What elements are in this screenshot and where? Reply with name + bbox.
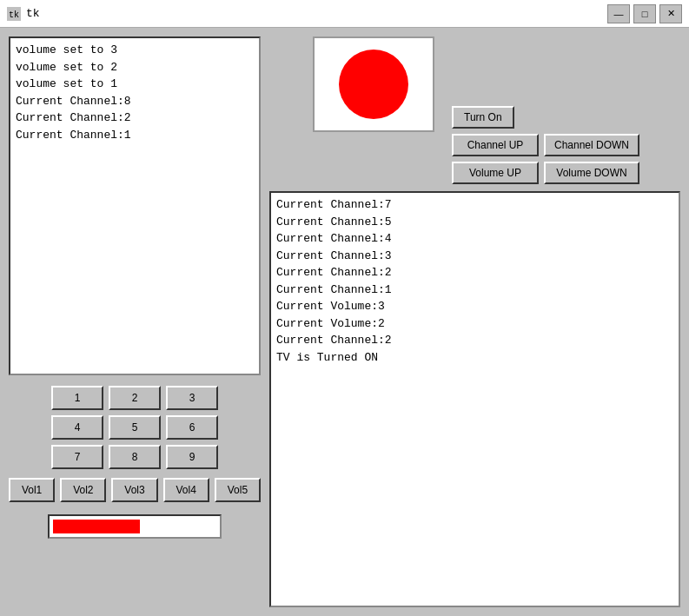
numpad-btn-3[interactable]: 3 bbox=[166, 386, 218, 410]
vol-row: Vol1Vol2Vol3Vol4Vol5 bbox=[9, 478, 261, 502]
numpad-btn-6[interactable]: 6 bbox=[166, 415, 218, 440]
main-content: volume set to 3volume set to 2volume set… bbox=[0, 28, 689, 616]
controls-top: Turn On Channel UP Channel DOWN Volume U… bbox=[269, 36, 680, 184]
volume-down-button[interactable]: Volume DOWN bbox=[544, 162, 639, 184]
right-log-line: Current Channel:4 bbox=[276, 230, 673, 248]
channel-down-button[interactable]: Channel DOWN bbox=[544, 134, 639, 156]
vol-btn-vol3[interactable]: Vol3 bbox=[111, 478, 157, 502]
right-log-line: Current Channel:7 bbox=[276, 196, 673, 214]
title-bar-left: tk tk bbox=[7, 7, 40, 21]
app-icon: tk bbox=[7, 7, 21, 21]
close-button[interactable]: ✕ bbox=[659, 4, 682, 23]
right-log-box: Current Channel:7Current Channel:5Curren… bbox=[269, 191, 680, 607]
right-log-line: Current Channel:1 bbox=[276, 282, 673, 299]
right-log-line: Current Channel:5 bbox=[276, 214, 673, 231]
left-log-line: Current Channel:1 bbox=[16, 127, 254, 144]
numpad-btn-2[interactable]: 2 bbox=[109, 386, 161, 410]
tv-screen bbox=[313, 36, 434, 132]
right-panel: Turn On Channel UP Channel DOWN Volume U… bbox=[269, 36, 680, 607]
numpad: 123456789 bbox=[9, 386, 261, 469]
numpad-btn-5[interactable]: 5 bbox=[109, 415, 161, 440]
entry-box[interactable] bbox=[48, 514, 222, 539]
right-log-line: Current Volume:2 bbox=[276, 315, 673, 333]
right-log-line: Current Channel:2 bbox=[276, 264, 673, 282]
maximize-button[interactable]: □ bbox=[633, 4, 656, 23]
channel-vol-grid: Channel UP Channel DOWN Volume UP Volume… bbox=[452, 134, 639, 184]
left-log-line: Current Channel:8 bbox=[16, 93, 254, 110]
vol-btn-vol1[interactable]: Vol1 bbox=[9, 478, 55, 502]
numpad-btn-1[interactable]: 1 bbox=[51, 386, 103, 410]
window-title: tk bbox=[26, 7, 40, 20]
left-log-line: volume set to 2 bbox=[16, 59, 254, 76]
vol-btn-vol5[interactable]: Vol5 bbox=[215, 478, 261, 502]
numpad-btn-4[interactable]: 4 bbox=[51, 415, 103, 440]
svg-text:tk: tk bbox=[9, 10, 19, 20]
channel-up-button[interactable]: Channel UP bbox=[452, 134, 539, 156]
volume-up-button[interactable]: Volume UP bbox=[452, 162, 539, 184]
numpad-btn-7[interactable]: 7 bbox=[51, 445, 103, 469]
vol-btn-vol2[interactable]: Vol2 bbox=[60, 478, 106, 502]
left-log-line: Current Channel:2 bbox=[16, 109, 254, 127]
right-log-line: TV is Turned ON bbox=[276, 349, 673, 367]
numpad-btn-8[interactable]: 8 bbox=[109, 445, 161, 469]
minimize-button[interactable]: — bbox=[607, 4, 630, 23]
right-log-line: Current Channel:2 bbox=[276, 332, 673, 349]
right-log-line: Current Volume:3 bbox=[276, 298, 673, 315]
numpad-btn-9[interactable]: 9 bbox=[166, 445, 218, 469]
right-buttons-col: Turn On Channel UP Channel DOWN Volume U… bbox=[452, 36, 639, 184]
entry-red-bar bbox=[53, 520, 140, 533]
left-log-line: volume set to 3 bbox=[16, 42, 254, 59]
tv-indicator-circle bbox=[339, 50, 408, 119]
left-log-line: volume set to 1 bbox=[16, 76, 254, 93]
turn-on-button[interactable]: Turn On bbox=[452, 106, 514, 129]
title-bar-controls: — □ ✕ bbox=[607, 4, 682, 23]
left-panel: volume set to 3volume set to 2volume set… bbox=[9, 36, 261, 607]
title-bar: tk tk — □ ✕ bbox=[0, 0, 689, 28]
right-log-line: Current Channel:3 bbox=[276, 248, 673, 265]
left-log-box: volume set to 3volume set to 2volume set… bbox=[9, 36, 261, 375]
entry-row bbox=[9, 514, 261, 539]
vol-btn-vol4[interactable]: Vol4 bbox=[163, 478, 209, 502]
